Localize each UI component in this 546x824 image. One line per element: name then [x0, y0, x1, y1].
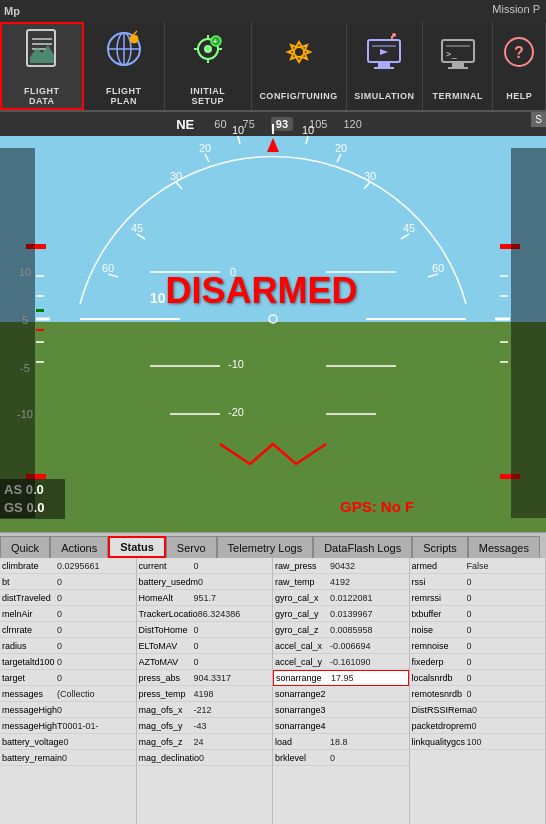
disarmed-container: 10 DISARMED [150, 270, 358, 312]
data-key: txbuffer [412, 609, 467, 619]
nav-flight-data[interactable]: FLIGHT DATA [0, 22, 84, 110]
hud: NE 60 75 93 105 120 S 60 45 [0, 112, 546, 532]
svg-marker-54 [267, 138, 279, 152]
data-key: packetdroprem [412, 721, 472, 731]
data-key: remrssi [412, 593, 467, 603]
table-row: TrackerLocatio86.324386 [137, 606, 273, 622]
tab-scripts[interactable]: Scripts [412, 536, 468, 558]
table-row: localsnrdb0 [410, 670, 546, 686]
data-col-3: raw_press90432raw_temp4192gyro_cal_x0.01… [273, 558, 410, 824]
data-value: 0 [57, 641, 62, 651]
terminal-label: TERMINAL [433, 91, 484, 101]
svg-line-34 [238, 136, 240, 144]
terminal-icon: >_ [438, 32, 478, 87]
tab-dataflash[interactable]: DataFlash Logs [313, 536, 412, 558]
table-row: messageHigh0 [0, 702, 136, 718]
data-key: load [275, 737, 330, 747]
svg-line-41 [401, 234, 409, 239]
svg-line-38 [176, 182, 182, 189]
data-value: -43 [194, 721, 207, 731]
nav-flight-plan[interactable]: FLIGHT PLAN [84, 22, 165, 110]
data-value: 0 [57, 657, 62, 667]
compass-75: 75 [243, 118, 255, 130]
svg-text:60: 60 [432, 262, 444, 274]
tab-messages[interactable]: Messages [468, 536, 540, 558]
table-row: messages(Collectio [0, 686, 136, 702]
compass-bar: NE 60 75 93 105 120 S [0, 112, 546, 136]
data-value: 0 [467, 689, 472, 699]
tab-telemetry[interactable]: Telemetry Logs [217, 536, 314, 558]
table-row: armedFalse [410, 558, 546, 574]
data-key: current [139, 561, 194, 571]
svg-text:GPS: No F: GPS: No F [340, 498, 414, 515]
table-row: rssi0 [410, 574, 546, 590]
svg-text:-20: -20 [228, 406, 244, 418]
nav-simulation[interactable]: SIMULATION [347, 22, 424, 110]
tab-quick[interactable]: Quick [0, 536, 50, 558]
tab-servo[interactable]: Servo [166, 536, 217, 558]
data-value: 0 [57, 705, 62, 715]
data-value: 4198 [194, 689, 214, 699]
data-value: 86.324386 [198, 609, 241, 619]
data-key: sonarrange2 [275, 689, 330, 699]
table-row: press_abs904.3317 [137, 670, 273, 686]
nav-terminal[interactable]: >_ TERMINAL [423, 22, 493, 110]
data-key: mag_ofs_x [139, 705, 194, 715]
table-row: linkqualitygcs100 [410, 734, 546, 750]
data-value: 0 [330, 753, 335, 763]
nav-menu: FLIGHT DATA FLIGHT PLAN [0, 22, 546, 112]
compass-ne: NE [176, 117, 194, 132]
nav-help[interactable]: ? HELP [493, 22, 546, 110]
data-value: -212 [194, 705, 212, 715]
tab-actions[interactable]: Actions [50, 536, 108, 558]
tab-status[interactable]: Status [108, 536, 166, 558]
data-table-wrapper: climbrate0.0295661bt0distTraveled0melnAi… [0, 558, 546, 824]
status-panel: climbrate0.0295661bt0distTraveled0melnAi… [0, 558, 546, 824]
data-value: 0 [467, 673, 472, 683]
data-key: ELToMAV [139, 641, 194, 651]
svg-point-57 [269, 315, 277, 323]
data-value: 0 [57, 577, 62, 587]
data-key: AZToMAV [139, 657, 194, 667]
data-key: linkqualitygcs [412, 737, 467, 747]
nav-config-tuning[interactable]: CONFIG/TUNING [252, 22, 347, 110]
data-key: battery_remain [2, 753, 62, 763]
svg-rect-21 [378, 62, 390, 67]
data-key: armed [412, 561, 467, 571]
table-row: load18.8 [273, 734, 409, 750]
data-value: 0 [194, 641, 199, 651]
data-value: 0 [194, 561, 199, 571]
table-row: txbuffer0 [410, 606, 546, 622]
table-row: sonarrange4 [273, 718, 409, 734]
table-row: target0 [0, 670, 136, 686]
data-key: gyro_cal_y [275, 609, 330, 619]
data-key: battery_usedm [139, 577, 199, 587]
svg-rect-85 [26, 244, 46, 249]
data-value: 0.0122081 [330, 593, 373, 603]
svg-text:20: 20 [199, 142, 211, 154]
data-key: gyro_cal_x [275, 593, 330, 603]
tabs-bar: Quick Actions Status Servo Telemetry Log… [0, 532, 546, 558]
data-key: mag_ofs_z [139, 737, 194, 747]
data-value: 0 [194, 657, 199, 667]
config-tuning-icon [279, 32, 319, 87]
table-row: raw_press90432 [273, 558, 409, 574]
compass-93: 93 [271, 117, 293, 131]
data-key: messages [2, 689, 57, 699]
svg-point-9 [130, 35, 138, 43]
data-key: distTraveled [2, 593, 57, 603]
data-key: battery_voltage [2, 737, 64, 747]
data-value: -0.161090 [330, 657, 371, 667]
svg-rect-76 [36, 309, 44, 312]
data-value: 0 [57, 625, 62, 635]
data-key: climbrate [2, 561, 57, 571]
data-col-1: climbrate0.0295661bt0distTraveled0melnAi… [0, 558, 137, 824]
data-value: 90432 [330, 561, 355, 571]
table-row: mag_declinatio0 [137, 750, 273, 766]
nav-initial-setup[interactable]: + INITIAL SETUP [165, 22, 252, 110]
data-value: 951.7 [194, 593, 217, 603]
data-key: messageHigh [2, 705, 57, 715]
svg-line-42 [108, 274, 118, 277]
data-value: 4192 [330, 577, 350, 587]
table-row: sonarrange17.95 [273, 670, 409, 686]
